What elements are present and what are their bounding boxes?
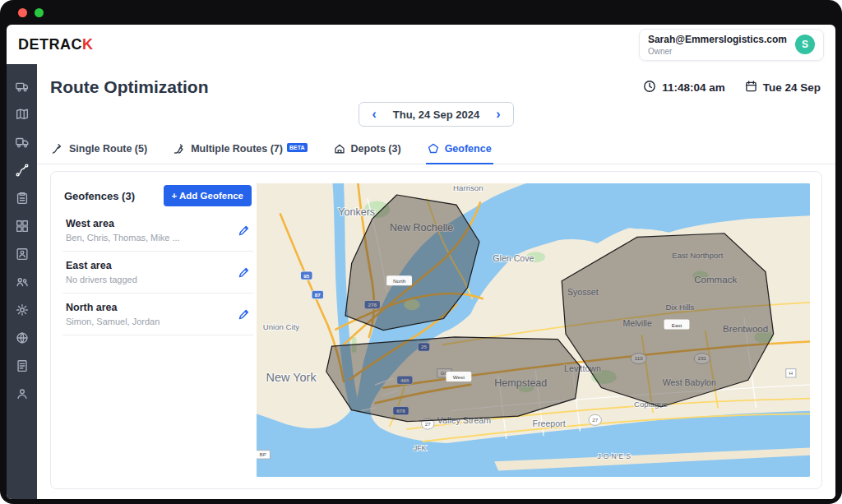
map-place-label: JONES — [598, 452, 633, 460]
svg-text:East: East — [672, 322, 682, 328]
depots-icon — [334, 143, 345, 155]
geofence-zone-label: East — [664, 319, 690, 329]
prev-day-button[interactable]: ‹ — [370, 108, 377, 121]
user-email: Sarah@Emmerslogistics.com — [648, 34, 787, 45]
svg-text:H: H — [789, 370, 793, 376]
grid-icon[interactable] — [10, 214, 35, 238]
svg-text:North: North — [393, 278, 406, 284]
date-text: Tue 24 Sep — [763, 81, 821, 94]
beta-badge: BETA — [287, 143, 308, 152]
app-header: DETRACK Sarah@Emmerslogistics.com Owner … — [7, 25, 835, 64]
geofence-list-item[interactable]: North area Simon, Samuel, Jordan — [62, 294, 253, 335]
user-account-card[interactable]: Sarah@Emmerslogistics.com Owner S — [639, 29, 824, 61]
tab-label: Single Route (5) — [69, 143, 147, 155]
geofence-zone-label: West — [446, 372, 471, 381]
geofence-zone-label: North — [386, 275, 412, 285]
road-shield: 27 — [589, 414, 601, 425]
tab-single-route[interactable]: Single Route (5) — [50, 136, 149, 164]
user-role: Owner — [648, 47, 787, 56]
app-surface: DETRACK Sarah@Emmerslogistics.com Owner … — [7, 25, 835, 499]
clock-icon — [643, 80, 656, 95]
truck-icon[interactable] — [10, 130, 35, 155]
route-tabs: Single Route (5) Multiple Routes (7) BET… — [37, 136, 835, 164]
settings-icon[interactable] — [10, 298, 35, 322]
geofence-icon — [428, 143, 439, 155]
road-shield: 87 — [312, 290, 323, 298]
geofence-drivers: Ben, Chris, Thomas, Mike ... — [66, 233, 180, 243]
avatar[interactable]: S — [795, 35, 815, 54]
tab-geofence[interactable]: Geofence — [426, 136, 493, 164]
svg-text:27: 27 — [425, 421, 432, 427]
tab-multiple-routes[interactable]: Multiple Routes (7) BETA — [172, 136, 308, 164]
route-icon[interactable] — [10, 158, 35, 183]
geofence-list-item[interactable]: East area No drivers tagged — [62, 252, 253, 294]
next-day-button[interactable]: › — [494, 108, 502, 121]
map-place-label: Harrison — [453, 183, 483, 192]
window-titlebar — [0, 0, 842, 25]
logo-accent: K — [82, 36, 94, 53]
svg-text:87: 87 — [315, 292, 322, 298]
page-title: Route Optimization — [50, 77, 209, 97]
edit-pencil-icon[interactable] — [238, 308, 250, 321]
date-navigator: ‹ Thu, 24 Sep 2024 › — [359, 102, 513, 127]
geofence-drivers: No drivers tagged — [66, 275, 137, 284]
maximize-window-button[interactable] — [35, 8, 44, 17]
road-shield: 95 — [301, 271, 312, 280]
tab-label: Depots (3) — [351, 143, 401, 155]
tab-depots[interactable]: Depots (3) — [332, 136, 403, 164]
geofence-list-item[interactable]: West area Ben, Chris, Thomas, Mike ... — [62, 210, 253, 252]
selected-date: Thu, 24 Sep 2024 — [393, 109, 480, 121]
van-icon[interactable] — [10, 74, 35, 99]
map-icon[interactable] — [10, 102, 35, 127]
road-shield: H — [786, 369, 796, 377]
app-window: DETRACK Sarah@Emmerslogistics.com Owner … — [0, 0, 842, 504]
map-place-label: Yonkers — [338, 206, 375, 218]
geofences-count-title: Geofences (3) — [64, 190, 135, 202]
edit-pencil-icon[interactable] — [238, 224, 250, 237]
geofence-panel: Geofences (3) + Add Geofence West area B… — [50, 171, 822, 489]
close-window-button[interactable] — [18, 8, 27, 17]
contacts-icon[interactable] — [10, 242, 35, 266]
user-icon[interactable] — [10, 381, 35, 406]
current-date: Tue 24 Sep — [745, 80, 821, 95]
svg-text:95: 95 — [303, 273, 310, 279]
tab-label: Multiple Routes (7) — [191, 143, 283, 155]
detrack-logo: DETRACK — [18, 36, 94, 53]
document-icon[interactable] — [10, 354, 35, 378]
multiple-routes-icon — [173, 143, 185, 155]
edit-pencil-icon[interactable] — [238, 266, 250, 279]
svg-text:BP: BP — [260, 451, 266, 457]
geofence-name: West area — [66, 218, 180, 229]
sidebar-nav — [7, 64, 37, 499]
single-route-icon — [52, 143, 63, 155]
add-geofence-button[interactable]: + Add Geofence — [164, 185, 252, 206]
geofence-name: North area — [66, 302, 160, 313]
geofence-drivers: Simon, Samuel, Jordan — [66, 317, 160, 326]
clipboard-icon[interactable] — [10, 186, 35, 210]
svg-text:27: 27 — [592, 417, 599, 423]
map-place-label: Glen Cove — [493, 254, 534, 263]
geofence-name: East area — [66, 260, 137, 271]
current-time: 11:48:04 am — [643, 80, 725, 95]
calendar-icon — [745, 80, 757, 95]
time-text: 11:48:04 am — [662, 81, 725, 94]
road-shield: BP — [257, 451, 270, 459]
team-icon[interactable] — [10, 270, 35, 294]
geofence-map[interactable]: 958727825495GC6782727110231HBP HarrisonY… — [257, 183, 810, 477]
tab-label: Geofence — [445, 143, 492, 155]
globe-icon[interactable] — [10, 326, 35, 350]
svg-text:West: West — [453, 374, 465, 380]
logo-text: DETRAC — [18, 36, 82, 53]
map-place-label: Union City — [263, 323, 300, 332]
map-place-label: Freeport — [533, 419, 566, 428]
map-place-label: JFK — [414, 444, 427, 452]
map-place-label: New York — [266, 371, 317, 384]
